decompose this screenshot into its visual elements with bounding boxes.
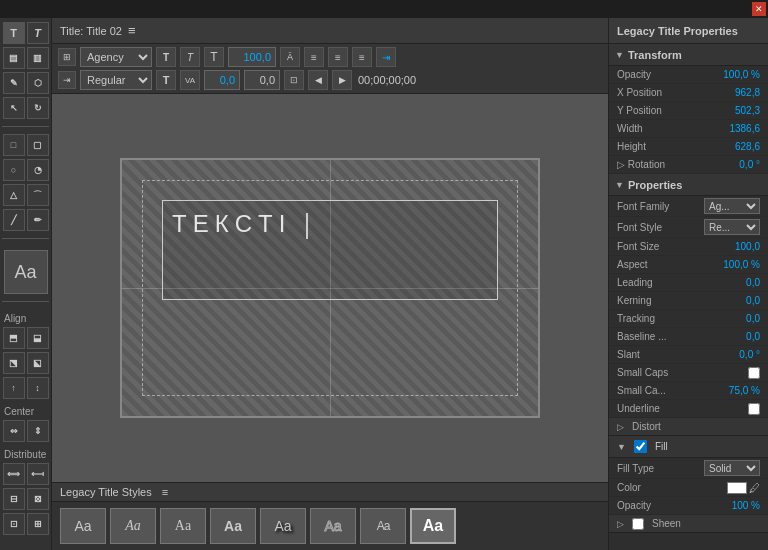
baseline-value[interactable]: 0,0 <box>746 331 760 342</box>
style-item-3[interactable]: Aa <box>160 508 206 544</box>
canvas-area[interactable]: ТЕКCTI <box>52 94 608 482</box>
sheen-checkbox[interactable] <box>632 518 644 530</box>
sheen-row[interactable]: ▷ Sheen <box>609 515 768 533</box>
underline-checkbox[interactable] <box>748 403 760 415</box>
color-swatch[interactable] <box>727 482 747 494</box>
leading-value[interactable]: 0,0 <box>746 277 760 288</box>
properties-arrow-icon: ▼ <box>615 180 624 190</box>
timecode-icon: ⊡ <box>284 70 304 90</box>
style-item-5[interactable]: Aa <box>260 508 306 544</box>
dist-b-button[interactable]: ⊞ <box>27 513 49 535</box>
align-row-2: ⬔ ⬕ <box>3 352 49 374</box>
styles-menu-icon[interactable]: ≡ <box>162 486 168 498</box>
transform-section-header[interactable]: ▼ Transform <box>609 44 768 66</box>
y-position-value[interactable]: 502,3 <box>735 105 760 116</box>
font-style-select[interactable]: Regular <box>80 70 152 90</box>
path-tool-button[interactable]: ✎ <box>3 72 25 94</box>
canvas-text[interactable]: ТЕКCTI <box>172 210 308 239</box>
aspect-value[interactable]: 100,0 % <box>723 259 760 270</box>
pen-tool-button[interactable]: ⬡ <box>27 72 49 94</box>
rotate-tool-button[interactable]: ↻ <box>27 97 49 119</box>
kerning-value[interactable]: 0,0 <box>746 295 760 306</box>
font-size-value[interactable]: 100,0 <box>735 241 760 252</box>
arc-tool-button[interactable]: ⌒ <box>27 184 49 206</box>
align-left-button[interactable]: ⬒ <box>3 327 25 349</box>
align-left-text[interactable]: ≡ <box>304 47 324 67</box>
text-area-tool-button[interactable]: ▤ <box>3 47 25 69</box>
distort-row[interactable]: ▷ Distort <box>609 418 768 436</box>
vertical-area-tool-button[interactable]: ▥ <box>27 47 49 69</box>
text-size-icon: T <box>156 70 176 90</box>
font-family-select[interactable]: Agency <box>80 47 152 67</box>
fill-section-header[interactable]: ▼ Fill <box>609 436 768 458</box>
height-value[interactable]: 628,6 <box>735 141 760 152</box>
rect-tool-button[interactable]: □ <box>3 134 25 156</box>
dist-r-button[interactable]: ⊠ <box>27 488 49 510</box>
font-style-prop-select[interactable]: Re... <box>704 219 760 235</box>
eyedropper-icon[interactable]: 🖊 <box>749 482 760 494</box>
tab-icon[interactable]: ⇥ <box>58 71 76 89</box>
fill-label: Fill <box>655 441 668 452</box>
style-item-6[interactable]: Aa <box>310 508 356 544</box>
x-position-value[interactable]: 962,8 <box>735 87 760 98</box>
ellipse-tool-button[interactable]: ○ <box>3 159 25 181</box>
wedge-tool-button[interactable]: ◔ <box>27 159 49 181</box>
center-v-button[interactable]: ⇕ <box>27 420 49 442</box>
center-row: ⇔ ⇕ <box>3 420 49 442</box>
path-tools-row: ✎ ⬡ <box>3 72 49 94</box>
fill-type-select[interactable]: Solid <box>704 460 760 476</box>
width-value[interactable]: 1386,6 <box>729 123 760 134</box>
opacity-value[interactable]: 100,0 % <box>723 69 760 80</box>
dist-v-button[interactable]: ⟻ <box>27 463 49 485</box>
align-center-text[interactable]: ≡ <box>328 47 348 67</box>
small-caps-checkbox[interactable] <box>748 367 760 379</box>
shape-tools-row-3: △ ⌒ <box>3 184 49 206</box>
distribute-label: Distribute <box>2 449 46 460</box>
style-item-4[interactable]: Aa <box>210 508 256 544</box>
slant-value[interactable]: 0,0 ° <box>739 349 760 360</box>
styles-items: Aa Aa Aa Aa Aa Aa Aa Aa <box>52 502 608 550</box>
properties-section-header[interactable]: ▼ Properties <box>609 174 768 196</box>
font-size-input[interactable] <box>228 47 276 67</box>
styles-bar: Legacy Title Styles ≡ Aa Aa Aa Aa Aa Aa … <box>52 482 608 550</box>
bold-button[interactable]: T <box>156 47 176 67</box>
fill-opacity-value[interactable]: 100 % <box>732 500 760 511</box>
align-justify-text[interactable]: ⇥ <box>376 47 396 67</box>
line-tool-button[interactable]: ╱ <box>3 209 25 231</box>
dist-h-button[interactable]: ⟺ <box>3 463 25 485</box>
align-bottom-button[interactable]: ⬕ <box>27 352 49 374</box>
vertical-text-tool-button[interactable]: T <box>27 22 49 44</box>
style-item-8[interactable]: Aa <box>410 508 456 544</box>
move-tool-button[interactable]: ↖ <box>3 97 25 119</box>
pen-path-button[interactable]: ✏ <box>27 209 49 231</box>
tracking-value[interactable]: 0,0 <box>746 313 760 324</box>
dist-t-button[interactable]: ⊡ <box>3 513 25 535</box>
kerning-input[interactable] <box>204 70 240 90</box>
next-frame[interactable]: ▶ <box>332 70 352 90</box>
small-caps-size-value[interactable]: 75,0 % <box>729 385 760 396</box>
style-item-2[interactable]: Aa <box>110 508 156 544</box>
align-v-center-button[interactable]: ↕ <box>27 377 49 399</box>
font-family-prop-select[interactable]: Ag... <box>704 198 760 214</box>
dist-l-button[interactable]: ⊟ <box>3 488 25 510</box>
baseline-input[interactable] <box>244 70 280 90</box>
rounded-rect-tool-button[interactable]: ▢ <box>27 134 49 156</box>
transform-arrow-icon: ▼ <box>615 50 624 60</box>
close-button[interactable]: ✕ <box>752 2 766 16</box>
triangle-tool-button[interactable]: △ <box>3 184 25 206</box>
rotation-value[interactable]: 0,0 ° <box>739 159 760 170</box>
align-right-text[interactable]: ≡ <box>352 47 372 67</box>
style-item-7[interactable]: Aa <box>360 508 406 544</box>
prev-frame[interactable]: ◀ <box>308 70 328 90</box>
style-item-1[interactable]: Aa <box>60 508 106 544</box>
align-center-button[interactable]: ⬔ <box>3 352 25 374</box>
fill-checkbox[interactable] <box>634 440 647 453</box>
align-right-button[interactable]: ⬓ <box>27 327 49 349</box>
align-top-button[interactable]: ↑ <box>3 377 25 399</box>
italic-button[interactable]: T <box>180 47 200 67</box>
title-menu-icon[interactable]: ≡ <box>128 23 136 38</box>
text-tool-button[interactable]: T <box>3 22 25 44</box>
font-family-label: Font Family <box>617 201 704 212</box>
text-type-button[interactable]: ⊞ <box>58 48 76 66</box>
center-h-button[interactable]: ⇔ <box>3 420 25 442</box>
